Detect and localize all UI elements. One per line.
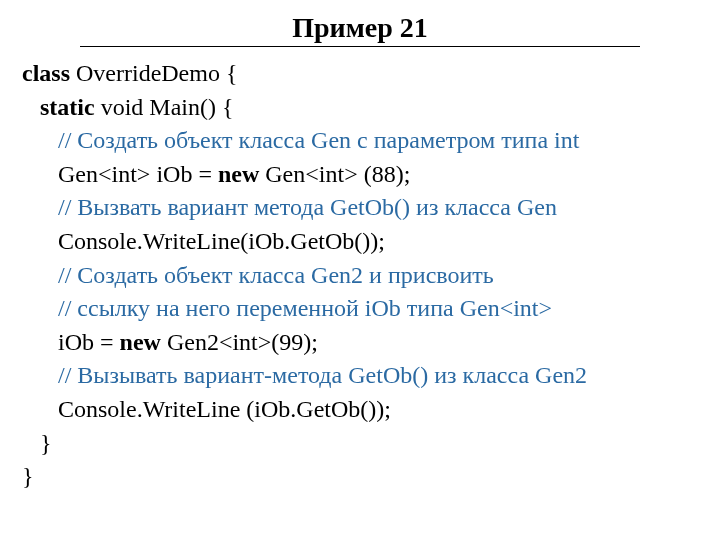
code-text: Console.WriteLine (iOb.GetOb()); <box>58 396 391 422</box>
keyword: new <box>218 161 259 187</box>
code-line: Console.WriteLine (iOb.GetOb()); <box>22 396 391 422</box>
code-line: static void Main() { <box>22 94 234 120</box>
code-line: } <box>22 430 52 456</box>
code-line: } <box>22 463 34 489</box>
code-text: Console.WriteLine(iOb.GetOb()); <box>58 228 385 254</box>
code-line: // ссылку на него переменной iOb типа Ge… <box>22 295 552 321</box>
comment: // Создать объект класса Gen2 и присвоит… <box>58 262 494 288</box>
comment: // Создать объект класса Gen с параметро… <box>58 127 579 153</box>
code-text: OverrideDemo { <box>70 60 237 86</box>
code-text: Gen<int> iOb = <box>58 161 218 187</box>
code-text: Gen<int> (88); <box>259 161 410 187</box>
comment: // ссылку на него переменной iOb типа Ge… <box>58 295 552 321</box>
comment: // Вызывать вариант-метода GetOb() из кл… <box>58 362 587 388</box>
code-text: Gen2<int>(99); <box>161 329 318 355</box>
keyword: static <box>40 94 95 120</box>
code-line: iOb = new Gen2<int>(99); <box>22 329 318 355</box>
code-pad <box>22 194 58 220</box>
code-pad <box>22 94 40 120</box>
code-line: // Создать объект класса Gen2 и присвоит… <box>22 262 494 288</box>
code-pad <box>22 228 58 254</box>
code-text: } <box>22 463 34 489</box>
code-pad <box>22 430 40 456</box>
code-line: // Вызывать вариант-метода GetOb() из кл… <box>22 362 587 388</box>
code-pad <box>22 362 58 388</box>
code-pad <box>22 329 58 355</box>
keyword: new <box>120 329 161 355</box>
comment: // Вызвать вариант метода GetOb() из кла… <box>58 194 557 220</box>
code-text: void Main() { <box>95 94 234 120</box>
code-block: class OverrideDemo { static void Main() … <box>22 57 698 494</box>
code-line: Gen<int> iOb = new Gen<int> (88); <box>22 161 410 187</box>
code-line: class OverrideDemo { <box>22 60 237 86</box>
code-pad <box>22 396 58 422</box>
code-line: // Вызвать вариант метода GetOb() из кла… <box>22 194 557 220</box>
code-text: } <box>40 430 52 456</box>
code-line: // Создать объект класса Gen с параметро… <box>22 127 579 153</box>
keyword: class <box>22 60 70 86</box>
slide-title: Пример 21 <box>80 12 640 47</box>
code-line: Console.WriteLine(iOb.GetOb()); <box>22 228 385 254</box>
code-pad <box>22 295 58 321</box>
slide: Пример 21 class OverrideDemo { static vo… <box>0 0 720 540</box>
code-text: iOb = <box>58 329 120 355</box>
code-pad <box>22 127 58 153</box>
code-pad <box>22 262 58 288</box>
code-pad <box>22 161 58 187</box>
